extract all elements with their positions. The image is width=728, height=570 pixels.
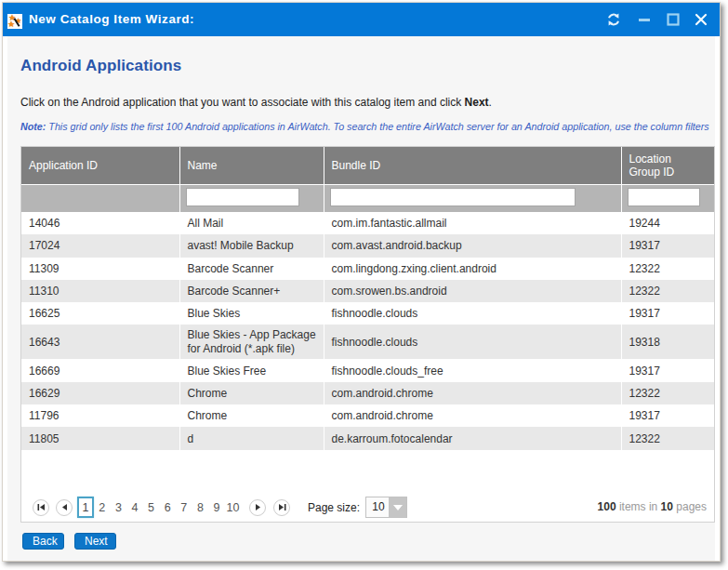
cell-bundle-id: fishnoodle.clouds — [324, 325, 621, 359]
cell-name: Barcode Scanner+ — [179, 280, 324, 302]
footer: Back Next — [7, 522, 715, 561]
column-header-application-id[interactable]: Application ID — [21, 147, 179, 184]
close-button[interactable] — [687, 3, 715, 36]
page-size-value: 10 — [366, 497, 390, 517]
wizard-app-icon: ★ ★ ★ — [7, 14, 22, 29]
cell-name: Blue Skies - App Package for Android (*.… — [179, 325, 324, 359]
page-size-label: Page size: — [308, 501, 360, 514]
cell-name: All Mail — [179, 212, 324, 234]
cell-bundle-id: com.srowen.bs.android — [324, 280, 621, 302]
cell-bundle-id: com.avast.android.backup — [324, 234, 621, 257]
cell-location-group-id: 12322 — [621, 382, 714, 404]
pager-bar: 1 2345678910 Page si — [21, 477, 714, 522]
table-row[interactable]: 11310Barcode Scanner+com.srowen.bs.andro… — [21, 280, 714, 302]
cell-location-group-id: 12322 — [621, 280, 714, 302]
titlebar: ★ ★ ★ New Catalog Item Wizard: — [3, 3, 720, 36]
next-page-icon — [255, 503, 261, 511]
wizard-body-panel: Android Applications Click on the Androi… — [7, 36, 715, 561]
cell-name: Barcode Scanner — [179, 258, 324, 280]
cell-location-group-id: 19317 — [621, 302, 714, 325]
last-page-button[interactable] — [273, 499, 290, 516]
cell-application-id: 16669 — [21, 359, 179, 381]
table-row[interactable]: 14046All Mailcom.im.fantastic.allmail192… — [21, 212, 714, 234]
cell-bundle-id: fishnoodle.clouds — [324, 302, 621, 325]
table-row[interactable]: 16643Blue Skies - App Package for Androi… — [21, 325, 714, 359]
cell-bundle-id: com.im.fantastic.allmail — [324, 212, 621, 234]
refresh-button[interactable] — [600, 3, 628, 36]
previous-page-button[interactable] — [56, 499, 73, 516]
filter-input-bundle-id[interactable] — [330, 188, 576, 206]
cell-application-id: 11805 — [21, 427, 179, 449]
filter-input-location-group-id[interactable] — [628, 188, 700, 206]
page-number-7[interactable]: 7 — [176, 501, 192, 514]
first-page-button[interactable] — [33, 499, 49, 516]
cell-location-group-id: 12322 — [621, 258, 714, 280]
maximize-button[interactable] — [659, 3, 687, 36]
table-row[interactable]: 11805dde.karroum.fotocalendar12322 — [21, 427, 714, 449]
column-header-location-group-id[interactable]: Location Group ID — [621, 147, 714, 184]
last-page-icon — [278, 503, 286, 511]
filter-cell-bundle-id — [324, 184, 621, 212]
filter-input-name[interactable] — [186, 188, 299, 206]
maximize-icon — [667, 13, 680, 26]
cell-application-id: 11796 — [21, 404, 179, 427]
cell-location-group-id: 12322 — [621, 427, 714, 449]
cell-bundle-id: com.android.chrome — [324, 382, 621, 404]
previous-page-icon — [61, 503, 68, 511]
star-icon: ★ — [7, 20, 15, 29]
instruction-next-keyword: Next — [465, 96, 489, 109]
page-size-dropdown[interactable]: 10 — [365, 497, 407, 518]
cell-name: Chrome — [179, 382, 324, 404]
next-button[interactable]: Next — [74, 533, 116, 550]
current-page-number[interactable]: 1 — [77, 497, 94, 518]
page-number-8[interactable]: 8 — [192, 501, 209, 514]
page-title: Android Applications — [20, 57, 181, 75]
cell-application-id: 17024 — [21, 234, 179, 257]
cell-application-id: 14046 — [21, 212, 179, 234]
cell-bundle-id: com.lingdong.zxing.client.android — [324, 258, 621, 280]
cell-application-id: 16643 — [21, 325, 179, 359]
next-page-button[interactable] — [249, 499, 266, 516]
page-number-2[interactable]: 2 — [94, 501, 111, 514]
table-row[interactable]: 16669Blue Skies Freefishnoodle.clouds_fr… — [21, 359, 714, 381]
cell-bundle-id: fishnoodle.clouds_free — [324, 359, 621, 381]
cell-application-id: 16629 — [21, 382, 179, 404]
page-number-3[interactable]: 3 — [111, 501, 127, 514]
page-size-dropdown-button[interactable] — [389, 497, 406, 517]
minimize-button[interactable] — [630, 3, 658, 36]
column-header-name[interactable]: Name — [179, 147, 324, 184]
cell-location-group-id: 19317 — [621, 359, 714, 381]
page-number-10[interactable]: 10 — [225, 501, 242, 514]
table-row[interactable]: 16629Chromecom.android.chrome12322 — [21, 382, 714, 404]
cell-location-group-id: 19244 — [621, 212, 714, 234]
cell-location-group-id: 19317 — [621, 404, 714, 427]
window-title: New Catalog Item Wizard: — [29, 3, 194, 36]
cell-application-id: 11310 — [21, 280, 179, 302]
instruction-text: Click on the Android application that yo… — [20, 96, 492, 109]
pager-controls: 1 2345678910 — [33, 497, 290, 518]
filter-cell-name — [179, 184, 324, 212]
applications-table: Application IDNameBundle IDLocation Grou… — [21, 147, 714, 450]
table-row[interactable]: 11796Chromecom.android.chrome19317 — [21, 404, 714, 427]
cell-application-id: 11309 — [21, 258, 179, 280]
table-row[interactable]: 17024avast! Mobile Backupcom.avast.andro… — [21, 234, 714, 257]
back-button[interactable]: Back — [22, 533, 64, 550]
filter-cell-location-group-id — [621, 184, 714, 212]
cell-application-id: 16625 — [21, 302, 179, 325]
wizard-window: ★ ★ ★ New Catalog Item Wizard: — [2, 2, 721, 562]
page-number-5[interactable]: 5 — [143, 501, 160, 514]
cell-location-group-id: 19318 — [621, 325, 714, 359]
column-header-bundle-id[interactable]: Bundle ID — [324, 147, 621, 184]
table-row[interactable]: 11309Barcode Scannercom.lingdong.zxing.c… — [21, 258, 714, 280]
close-icon — [695, 13, 708, 26]
cell-name: Chrome — [179, 404, 324, 427]
table-row[interactable]: 16625Blue Skiesfishnoodle.clouds19317 — [21, 302, 714, 325]
grid-header-row: Application IDNameBundle IDLocation Grou… — [21, 147, 714, 184]
page-number-4[interactable]: 4 — [126, 501, 143, 514]
cell-bundle-id: de.karroum.fotocalendar — [324, 427, 621, 449]
filter-row — [21, 184, 714, 212]
first-page-icon — [37, 503, 46, 511]
page-number-6[interactable]: 6 — [159, 501, 176, 514]
page-number-9[interactable]: 9 — [208, 501, 225, 514]
filter-cell-application-id — [21, 184, 179, 212]
